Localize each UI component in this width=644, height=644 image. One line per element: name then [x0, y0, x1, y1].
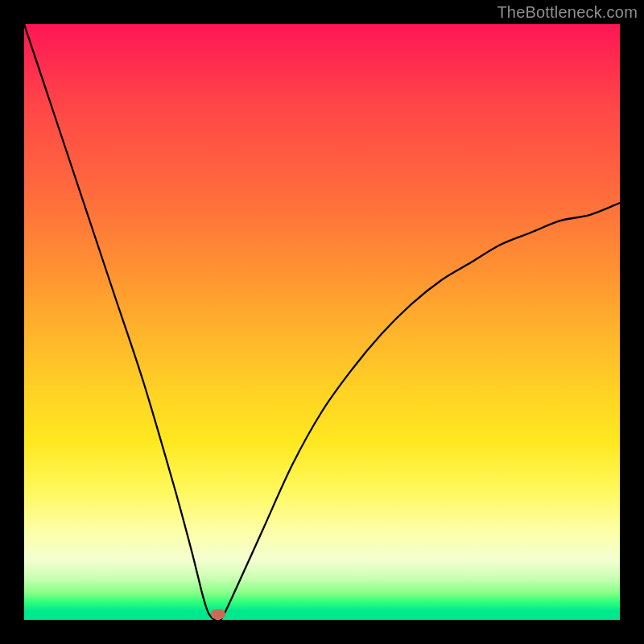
plot-area — [24, 24, 620, 620]
curve-svg — [24, 24, 620, 620]
optimal-point-marker — [211, 609, 225, 619]
bottleneck-curve — [24, 24, 620, 620]
watermark-text: TheBottleneck.com — [497, 3, 638, 22]
chart-stage: TheBottleneck.com — [0, 0, 644, 644]
